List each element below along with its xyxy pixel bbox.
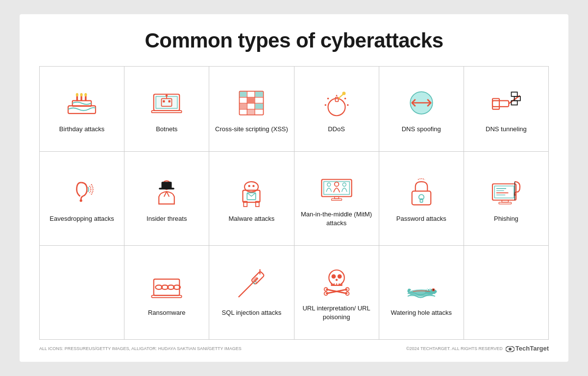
ddos-icon [319,86,354,120]
cell-password-attacks: Password attacks [379,152,464,246]
insider-threats-label: Insider threats [147,214,187,223]
svg-rect-38 [492,101,509,107]
footer: ALL ICONS: PRESSUREUS/GETTY IMAGES, ALLI… [39,345,549,352]
botnets-label: Botnets [156,125,177,134]
svg-point-32 [324,104,326,106]
mitm-icon [319,171,354,205]
svg-point-30 [342,92,345,95]
sql-injection-icon [234,269,269,304]
eavesdropping-label: Eavesdropping attacks [49,214,114,223]
svg-rect-47 [162,182,172,188]
dns-tunneling-label: DNS tunneling [486,125,527,134]
svg-point-50 [248,185,250,187]
footer-copyright: ©2024 TECHTARGET. ALL RIGHTS RESERVED [406,346,503,351]
svg-rect-26 [255,104,263,109]
botnets-icon [149,86,184,120]
watering-hole-icon [404,269,439,304]
svg-point-88 [331,275,336,279]
svg-point-103 [433,289,434,291]
cell-ransomware: Ransomware [124,246,209,340]
svg-rect-15 [152,111,182,113]
ransomware-icon [149,269,184,304]
svg-rect-62 [412,191,431,205]
cell-birthday-attacks: Birthday attacks [40,67,124,152]
cell-ddos: DDoS [294,67,379,152]
svg-point-35 [336,95,337,96]
url-interpretation-icon [319,265,354,299]
cell-empty-r3c1 [40,246,124,340]
svg-rect-41 [511,92,517,96]
svg-rect-22 [240,92,247,97]
svg-rect-11 [163,100,165,102]
url-interpretation-label: URL interpretation/ URL poisoning [298,304,375,322]
svg-rect-0 [68,106,96,114]
svg-point-58 [343,183,346,187]
sql-injection-label: SQL injection attacks [222,308,282,317]
svg-rect-24 [255,92,263,97]
cell-insider-threats: Insider threats [124,152,209,246]
watering-hole-label: Watering hole attacks [391,308,452,317]
insider-threats-icon [149,175,184,210]
svg-point-44 [80,199,82,202]
xss-label: Cross-site scripting (XSS) [215,125,288,134]
cell-eavesdropping: Eavesdropping attacks [40,152,124,246]
footer-right: ©2024 TECHTARGET. ALL RIGHTS RESERVED Te… [406,345,549,352]
page-title: Common types of cyberattacks [39,29,549,52]
birthday-attacks-label: Birthday attacks [59,125,105,134]
password-attacks-label: Password attacks [396,214,446,223]
svg-point-59 [334,182,339,187]
eavesdropping-icon [65,175,99,210]
password-attacks-icon [404,175,439,210]
svg-point-31 [327,98,329,100]
svg-line-85 [253,283,255,285]
svg-rect-75 [154,280,180,296]
svg-rect-66 [494,186,514,198]
cell-sql-injection: SQL injection attacks [209,246,294,340]
cell-mitm: Man-in-the-middle (MitM) attacks [294,152,379,246]
cell-dns-tunneling: DNS tunneling [464,67,549,152]
svg-rect-80 [152,296,182,298]
cell-xss: Cross-site scripting (XSS) [209,67,294,152]
ransomware-label: Ransomware [148,308,186,317]
svg-point-105 [509,348,512,351]
cell-malware: Malware attacks [209,152,294,246]
main-card: Common types of cyberattacks Birth [20,14,568,362]
cell-watering-hole: Watering hole attacks [379,246,464,340]
mitm-label: Man-in-the-middle (MitM) attacks [298,210,375,228]
svg-point-89 [337,275,342,279]
svg-rect-27 [248,110,255,115]
svg-point-87 [329,270,344,286]
phishing-icon [489,175,523,210]
svg-point-33 [344,98,346,100]
cell-dns-spoofing: DNS spoofing [379,67,464,152]
attack-grid: Birthday attacks Botnets [39,66,549,340]
birthday-attacks-icon [65,86,99,120]
svg-rect-74 [499,202,511,204]
dns-spoofing-icon [404,86,439,120]
dns-tunneling-icon [489,86,523,120]
svg-rect-23 [248,98,255,103]
ddos-label: DDoS [328,125,345,134]
techtarget-logo: TechTarget [506,345,549,352]
svg-point-57 [327,183,330,187]
svg-point-6 [80,93,83,96]
svg-rect-12 [169,100,171,102]
malware-icon [234,175,269,210]
svg-rect-29 [335,97,338,102]
svg-rect-25 [240,104,247,109]
cell-botnets: Botnets [124,67,209,152]
svg-rect-61 [331,199,342,201]
svg-point-14 [166,94,168,96]
svg-point-34 [347,104,349,106]
svg-point-51 [253,185,255,187]
xss-icon [234,86,269,120]
malware-label: Malware attacks [228,214,274,223]
svg-point-7 [84,93,87,96]
svg-point-90 [335,279,337,281]
cell-url-interpretation: URL interpretation/ URL poisoning [294,246,379,340]
cell-empty-r3c6 [464,246,549,340]
svg-point-5 [76,93,78,96]
phishing-label: Phishing [494,214,518,223]
dns-spoofing-label: DNS spoofing [402,125,441,134]
cell-phishing: Phishing [464,152,549,246]
